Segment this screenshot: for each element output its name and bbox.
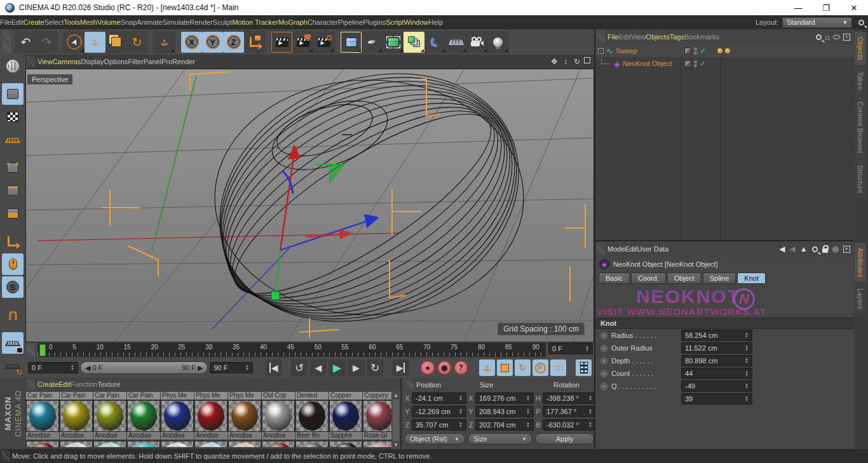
restore-button[interactable]: ❐ [812,0,840,15]
spinner-arrows-icon[interactable]: ▲▼ [585,346,589,352]
last-tool-button[interactable] [154,32,175,53]
collapse-icon[interactable]: − [598,48,604,54]
search-icon[interactable] [858,20,864,25]
search-icon[interactable] [812,246,818,252]
history-back-icon[interactable]: ◀ [779,245,785,253]
attribute-tab[interactable]: Object [667,272,702,284]
visibility-dots[interactable] [694,48,697,55]
tag-icon[interactable] [717,48,722,53]
material-name-below[interactable]: Anodise [127,432,160,440]
parameter-field[interactable]: 80.898 cm ▲▼ [681,355,752,366]
material-tile[interactable]: Car Pain Anodise [93,392,126,440]
dock-tab[interactable]: Layers [855,283,866,314]
animation-dot-icon[interactable] [600,345,607,352]
coordinates-drag-handle[interactable] [405,380,414,389]
attribute-tab[interactable]: Spline [703,272,736,284]
material-tile[interactable]: Phys Me Anodise [228,392,261,440]
edges-mode-button[interactable] [2,180,24,201]
spinner-arrows-icon[interactable]: ▲▼ [745,345,749,351]
material-tile[interactable]: Phys Me Anodise [194,392,227,440]
enabled-check-icon[interactable]: ✓ [700,59,706,68]
object-row-neoknot[interactable]: ◈ NeoKnot Object ✓ [595,57,868,70]
close-button[interactable]: ✕ [840,0,868,15]
redo-button[interactable]: ↷ [36,32,57,53]
enabled-check-icon[interactable]: ✓ [700,46,706,55]
material-name-above[interactable]: Old Cop [262,392,295,399]
render-settings-button[interactable]: ⚙ [313,32,334,53]
material-preview[interactable] [329,400,362,432]
floor-environment-button[interactable] [445,32,466,53]
play-reverse-button[interactable]: ↺ [291,359,308,376]
size-mode-dropdown[interactable]: Size▼ [468,433,532,445]
material-preview[interactable] [262,400,295,432]
menu-item[interactable]: File [0,18,11,26]
timeline-playhead[interactable] [39,344,46,356]
model-mode-button[interactable] [2,83,24,105]
move-tool-button[interactable] [85,32,105,53]
menu-item[interactable]: Window [403,18,428,26]
sweep-generator-button[interactable] [403,32,424,53]
dock-tab[interactable]: Takes [855,67,866,95]
attribute-menu-edit[interactable]: Edit [625,241,637,257]
visibility-dots[interactable] [694,60,697,67]
attribute-tab[interactable]: Basic [599,272,630,284]
object-manager-menu-item[interactable]: Objects [646,29,669,44]
scrollbar-thumb[interactable] [393,399,399,441]
material-tile-partial[interactable] [93,440,126,447]
viewport-menu-item[interactable]: ProRender [161,55,195,69]
menu-item[interactable]: Create [24,18,44,26]
visibility-filter-icon[interactable] [833,35,840,39]
spinner-arrows-icon[interactable]: ▲▼ [745,332,749,339]
material-tile-partial[interactable] [161,440,194,447]
dock-tab[interactable]: Content Browser [855,97,866,159]
material-name-above[interactable]: Car Pain [26,392,59,399]
viewport-menu-item[interactable]: Panel [144,55,161,69]
camera-button[interactable] [466,32,487,53]
menu-item[interactable]: Edit [11,18,24,26]
object-manager-menu-item[interactable]: Edit [619,29,631,44]
bend-deformer-button[interactable] [424,32,445,53]
menu-item[interactable]: Volume [97,18,121,26]
material-tile-partial[interactable] [127,440,160,447]
viewport-menu-item[interactable]: Filter [128,55,143,69]
material-tile[interactable]: Car Pain Anodise [60,392,93,440]
material-menu-item[interactable]: Edit [58,378,71,391]
snap-toggle-button[interactable]: S [2,276,24,298]
coordinate-system-button[interactable] [244,32,265,53]
material-preview[interactable] [93,400,126,432]
menu-item[interactable]: Animate [137,18,162,26]
points-mode-button[interactable] [2,157,24,178]
layer-swatch[interactable] [684,60,691,67]
menu-item[interactable]: Help [429,18,444,26]
lock-x-axis-button[interactable]: X [181,32,202,53]
material-name-below[interactable]: Beer Bo [295,432,329,440]
viewport-menu-item[interactable]: Display [81,55,104,69]
attribute-drag-handle[interactable] [597,243,605,255]
menu-item[interactable]: Snap [121,18,137,26]
texture-mode-button[interactable] [2,106,24,128]
undo-button[interactable]: ↶ [15,32,36,53]
magnet-tool-button[interactable]: U [2,304,24,326]
camera-label[interactable]: Perspective [27,74,72,84]
apply-button[interactable]: Apply [535,433,594,445]
object-row-sweep[interactable]: − ∿ Sweep ✓ [595,44,868,57]
material-preview[interactable] [26,400,59,432]
material-name-below[interactable]: Anodise [194,432,227,440]
material-tile-partial[interactable] [262,440,295,447]
material-name-above[interactable]: Car Pain [93,392,126,399]
spinner-arrows-icon[interactable]: ▲▼ [745,383,749,389]
polygons-mode-button[interactable] [2,203,24,224]
workplane-mode-button[interactable] [2,129,24,151]
material-preview[interactable] [295,400,329,432]
enable-axis-button[interactable] [2,231,24,252]
spinner-arrows-icon[interactable]: ▲▼ [71,365,74,371]
goto-end-button[interactable]: ▶ [392,359,409,376]
live-selection-button[interactable]: ➤ [64,32,85,53]
start-frame-field[interactable]: 0 F ▲▼ [28,362,78,373]
spinner-arrows-icon[interactable]: ▲▼ [245,365,249,371]
material-preview[interactable] [161,400,194,432]
object-manager-menu-item[interactable]: Bookmarks [684,29,719,44]
size-x-field[interactable]: 169.276 cm▲▼ [475,393,534,404]
material-preview[interactable] [228,400,261,432]
material-tile-partial[interactable] [60,440,93,447]
